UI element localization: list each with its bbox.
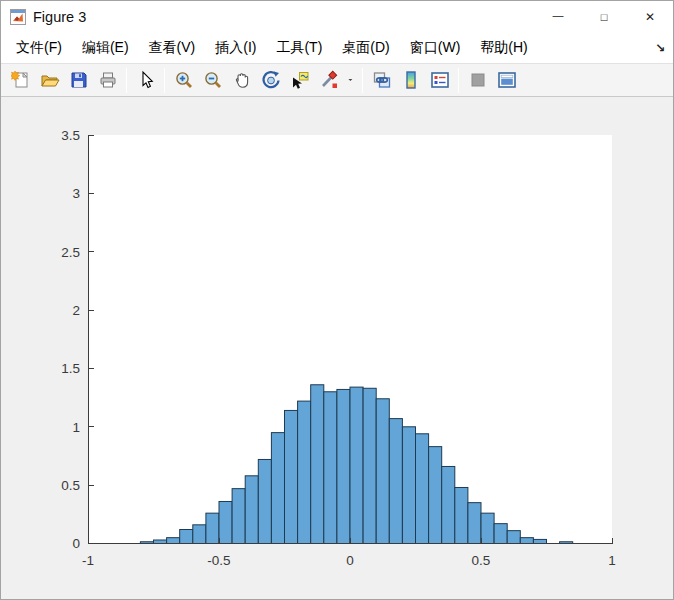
histogram-bar[interactable] xyxy=(258,459,271,543)
histogram-bar[interactable] xyxy=(271,433,284,544)
insert-legend-button[interactable] xyxy=(426,67,453,94)
zoom-out-button[interactable] xyxy=(199,67,226,94)
minimize-icon: — xyxy=(553,9,564,21)
toolbar-separator xyxy=(164,68,165,93)
menu-item-0[interactable]: 文件(F) xyxy=(9,36,69,60)
save-figure-button[interactable] xyxy=(65,67,92,94)
y-tick-label: 1.5 xyxy=(61,361,80,376)
minimize-button[interactable]: — xyxy=(535,1,581,33)
pan-hand-icon xyxy=(232,70,252,90)
histogram-bar[interactable] xyxy=(167,538,180,544)
histogram-bar[interactable] xyxy=(402,427,415,544)
window-title: Figure 3 xyxy=(33,9,86,25)
zoom-out-icon xyxy=(203,70,223,90)
histogram-bar[interactable] xyxy=(481,513,494,543)
histogram-bar[interactable] xyxy=(520,538,533,544)
menu-item-4[interactable]: 工具(T) xyxy=(269,36,329,60)
hide-plot-tools-icon xyxy=(468,70,488,90)
edit-plot-pointer-icon xyxy=(136,70,156,90)
menu-item-3[interactable]: 插入(I) xyxy=(208,36,263,60)
menu-item-6[interactable]: 窗口(W) xyxy=(403,36,468,60)
histogram-plot-area[interactable]: -1-0.500.5100.511.522.533.5 xyxy=(1,97,674,599)
zoom-in-button[interactable] xyxy=(170,67,197,94)
pan-hand-button[interactable] xyxy=(228,67,255,94)
insert-legend-icon xyxy=(430,70,450,90)
data-cursor-icon xyxy=(290,70,310,90)
menu-item-7[interactable]: 帮助(H) xyxy=(473,36,534,60)
y-tick-label: 2 xyxy=(72,303,80,318)
histogram-bar[interactable] xyxy=(311,385,324,544)
figure-window: Figure 3 —□✕ 文件(F)编辑(E)查看(V)插入(I)工具(T)桌面… xyxy=(0,0,674,600)
close-button[interactable]: ✕ xyxy=(627,1,673,33)
print-figure-button[interactable] xyxy=(94,67,121,94)
figure-canvas: -1-0.500.5100.511.522.533.5 xyxy=(1,97,673,599)
histogram-bar[interactable] xyxy=(219,501,232,543)
figure-toolbar xyxy=(1,63,673,97)
show-plot-tools-button[interactable] xyxy=(493,67,520,94)
brush-data-button[interactable] xyxy=(315,67,342,94)
histogram-bar[interactable] xyxy=(206,513,219,543)
menu-item-5[interactable]: 桌面(D) xyxy=(335,36,396,60)
menu-item-2[interactable]: 查看(V) xyxy=(142,36,203,60)
histogram-bar[interactable] xyxy=(180,529,193,543)
maximize-icon: □ xyxy=(601,11,608,23)
histogram-bar[interactable] xyxy=(494,524,507,544)
close-icon: ✕ xyxy=(645,10,655,24)
toolbar-separator xyxy=(458,68,459,93)
insert-colorbar-icon xyxy=(401,70,421,90)
y-tick-label: 3 xyxy=(72,186,80,201)
histogram-bar[interactable] xyxy=(416,434,429,544)
histogram-bar[interactable] xyxy=(245,476,258,544)
new-figure-button[interactable] xyxy=(7,67,34,94)
histogram-bar[interactable] xyxy=(337,389,350,543)
link-plot-icon xyxy=(372,70,392,90)
y-tick-label: 2.5 xyxy=(61,245,80,260)
rotate-3d-icon xyxy=(261,70,281,90)
maximize-button[interactable]: □ xyxy=(581,1,627,33)
histogram-bar[interactable] xyxy=(442,466,455,543)
brush-data-icon xyxy=(319,70,339,90)
y-tick-label: 0 xyxy=(72,536,80,551)
x-tick-label: 1 xyxy=(608,553,616,568)
x-tick-label: -1 xyxy=(82,553,94,568)
histogram-bar[interactable] xyxy=(193,525,206,544)
histogram-bar[interactable] xyxy=(232,489,245,544)
histogram-bar[interactable] xyxy=(363,388,376,543)
data-cursor-button[interactable] xyxy=(286,67,313,94)
y-tick-label: 0.5 xyxy=(61,478,80,493)
histogram-bar[interactable] xyxy=(389,419,402,544)
y-tick-label: 1 xyxy=(72,420,80,435)
toolbar-separator xyxy=(362,68,363,93)
open-file-icon xyxy=(40,70,60,90)
histogram-bar[interactable] xyxy=(324,392,337,544)
zoom-in-icon xyxy=(174,70,194,90)
x-tick-label: -0.5 xyxy=(207,553,230,568)
histogram-bar[interactable] xyxy=(285,410,298,543)
rotate-3d-button[interactable] xyxy=(257,67,284,94)
open-file-button[interactable] xyxy=(36,67,63,94)
histogram-bar[interactable] xyxy=(455,487,468,543)
link-plot-button[interactable] xyxy=(368,67,395,94)
histogram-bar[interactable] xyxy=(533,539,546,543)
histogram-bar[interactable] xyxy=(429,447,442,544)
menu-item-1[interactable]: 编辑(E) xyxy=(75,36,136,60)
histogram-bar[interactable] xyxy=(376,399,389,544)
matlab-logo-icon xyxy=(10,9,26,25)
toolbar-separator xyxy=(126,68,127,93)
histogram-bar[interactable] xyxy=(154,540,167,544)
caption-buttons: —□✕ xyxy=(535,1,673,33)
dropdown-caret-icon xyxy=(345,70,356,90)
x-tick-label: 0 xyxy=(346,553,354,568)
hide-plot-tools-button[interactable] xyxy=(464,67,491,94)
insert-colorbar-button[interactable] xyxy=(397,67,424,94)
edit-plot-pointer-button[interactable] xyxy=(132,67,159,94)
y-tick-label: 3.5 xyxy=(61,128,80,143)
dock-figure-arrow-icon[interactable]: ↘ xyxy=(655,41,665,55)
dropdown-caret-button[interactable] xyxy=(344,67,357,94)
histogram-bar[interactable] xyxy=(350,387,363,543)
histogram-bar[interactable] xyxy=(507,531,520,544)
histogram-bar[interactable] xyxy=(468,503,481,544)
save-figure-icon xyxy=(69,70,89,90)
new-figure-icon xyxy=(11,70,31,90)
histogram-bar[interactable] xyxy=(298,401,311,543)
